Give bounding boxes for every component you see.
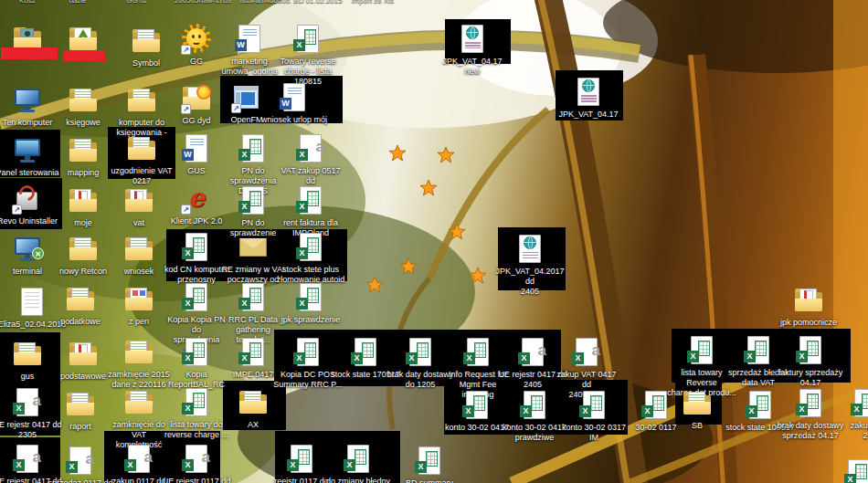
folder-docs-icon xyxy=(64,284,97,315)
excel-icon: X xyxy=(180,282,213,313)
excel-icon: X xyxy=(577,390,610,421)
word-icon: W xyxy=(233,24,266,55)
excel-icon: X xyxy=(413,446,446,477)
folder-docs-icon xyxy=(67,85,100,116)
excel-icon: X xyxy=(180,232,213,263)
excel-icon: X xyxy=(744,390,777,421)
excel-icon: X xyxy=(180,387,213,418)
excel-a-icon: aX xyxy=(516,337,549,368)
excel-icon: X xyxy=(237,282,270,313)
desktop-icon[interactable]: JPK_VAT_04.2017 dd 2405 xyxy=(495,234,565,297)
folder-red-icon xyxy=(792,285,825,316)
excel-a-icon: aX xyxy=(570,337,603,368)
folder-media-icon xyxy=(122,284,155,315)
folder-docs-icon xyxy=(681,388,714,419)
icon-label: JPK_VAT_04.2017 dd 2405 xyxy=(495,267,565,297)
folder-docs-icon xyxy=(122,387,155,418)
desktop-icon[interactable]: Xkonto 30-02 0317 IM xyxy=(559,390,629,443)
desktop-icon[interactable]: AX xyxy=(218,387,288,430)
folder-docs-icon xyxy=(125,85,158,116)
excel-icon: X xyxy=(742,335,775,366)
redaction-bar xyxy=(1,47,58,59)
desktop-icon[interactable]: Xfaktury sprzedaży 04.17 xyxy=(776,335,845,388)
desktop-icon[interactable]: JPK_VAT_04.17 new xyxy=(438,24,507,77)
excel-a-icon: aX xyxy=(122,444,155,475)
excel-a-icon: aX xyxy=(11,387,44,418)
icon-label: JPK_VAT_04.17 new xyxy=(438,57,507,77)
icon-label: AX xyxy=(218,420,288,430)
shortcut-arrow-icon: ↗ xyxy=(181,45,191,55)
desktop-icon[interactable]: Xstock stete plus złomowanie autoid xyxy=(276,232,345,285)
xml-icon xyxy=(572,77,605,108)
icon-label: zakup V 2 xyxy=(831,421,868,441)
icon-label: SB xyxy=(662,421,732,431)
desktop-icon[interactable]: Xdo zmiany błedny adres xyxy=(323,444,393,483)
desktop-icon[interactable]: aXUE rejestr 0117 dd 2405 xyxy=(162,444,231,483)
cutoff-icon-label: Kosz xyxy=(19,0,36,5)
shortcut-arrow-icon: ↗ xyxy=(231,103,241,113)
word-icon: W xyxy=(278,82,311,113)
excel-icon: X xyxy=(349,337,382,368)
desktop-icon[interactable]: Xzakup V 2 xyxy=(831,388,868,441)
desktop-icon[interactable]: JPK_VAT_04.17 xyxy=(554,77,623,120)
computer-icon xyxy=(11,85,44,116)
cutoff-icon-label: lista-ant466b0b xyxy=(240,0,291,5)
terminal-icon: ✕ xyxy=(11,234,44,265)
excel-icon: X xyxy=(294,185,327,216)
shortcut-arrow-icon: ↗ xyxy=(181,205,191,215)
email-icon xyxy=(237,232,270,263)
folder-sun-icon: ↗ xyxy=(180,83,213,114)
gg-sun-icon: ↗ xyxy=(180,24,213,55)
icon-label: JPK_VAT_04.17 xyxy=(554,110,623,120)
windows-desktop: Symbol↗GGWmarketing umowa_ogolnaXTowary … xyxy=(0,0,868,483)
openfm-icon: ↗ xyxy=(230,82,263,113)
excel-a-icon: aX xyxy=(64,446,97,477)
desktop-icon[interactable]: XTowary reverse charge - lista 180815 xyxy=(273,24,343,87)
excel-a-icon: aX xyxy=(294,133,327,164)
excel-icon: X xyxy=(685,335,718,366)
excel-icon: X xyxy=(794,388,827,419)
excel-icon: X xyxy=(180,337,213,368)
desktop-icon[interactable]: jpk pomocnicze xyxy=(774,285,843,328)
icon-label: jpk pomocnicze xyxy=(774,318,843,328)
cutoff-icon-label: 200505-faw-17b3 xyxy=(175,0,231,5)
excel-icon: X xyxy=(294,282,327,313)
desktop-icon[interactable]: SB xyxy=(662,388,732,431)
cutoff-icon-label: import ze Xls xyxy=(352,0,394,5)
cutoff-icon-label: bazie xyxy=(69,0,86,5)
folder-red-icon xyxy=(122,185,155,216)
excel-icon: X xyxy=(237,133,270,164)
excel-icon: X xyxy=(285,444,318,475)
excel-icon: X xyxy=(849,388,868,419)
icon-label: UE rejestr 0117 dd 2405 xyxy=(162,477,231,483)
redaction-bar xyxy=(63,50,105,61)
excel-a-icon: aX xyxy=(180,444,213,475)
icon-label: jpk sprawdzenie xyxy=(276,315,345,325)
page-icon xyxy=(16,287,48,318)
folder-docs-icon xyxy=(122,234,155,265)
desktop-icon[interactable]: Wwniosek urlop mój xyxy=(259,82,329,125)
revo-icon: ↗ xyxy=(11,184,44,215)
shortcut-arrow-icon: ↗ xyxy=(181,104,191,114)
xml-icon xyxy=(513,234,546,265)
folder-red-icon xyxy=(67,185,100,216)
excel-icon: X xyxy=(291,24,324,55)
cutoff-icon-label: BD 01.02.2015 xyxy=(293,0,342,5)
desktop-icon[interactable]: Xfaktury v błedny xyxy=(824,458,868,483)
folder-docs-icon xyxy=(237,387,270,418)
cutoff-icon-label: GG 02 xyxy=(126,0,148,5)
desktop-icon[interactable]: Xjpk sprawdzenie xyxy=(276,282,345,325)
shortcut-arrow-icon: ↗ xyxy=(12,205,22,215)
folder-docs-icon xyxy=(64,389,97,420)
excel-icon: X xyxy=(461,337,494,368)
icon-label: wniosek urlop mój xyxy=(259,115,329,125)
xml-icon xyxy=(456,24,489,55)
desktop-icon[interactable]: Xrent faktura dla IMPOland xyxy=(276,185,345,238)
excel-icon: X xyxy=(291,337,324,368)
word-icon: W xyxy=(180,133,213,164)
icon-label: konto 30-02 0317 IM xyxy=(559,423,629,443)
panel-icon xyxy=(11,135,44,166)
desktop-icon[interactable]: XBD summary xyxy=(395,446,464,483)
excel-icon: X xyxy=(294,232,327,263)
excel-icon: X xyxy=(794,335,827,366)
